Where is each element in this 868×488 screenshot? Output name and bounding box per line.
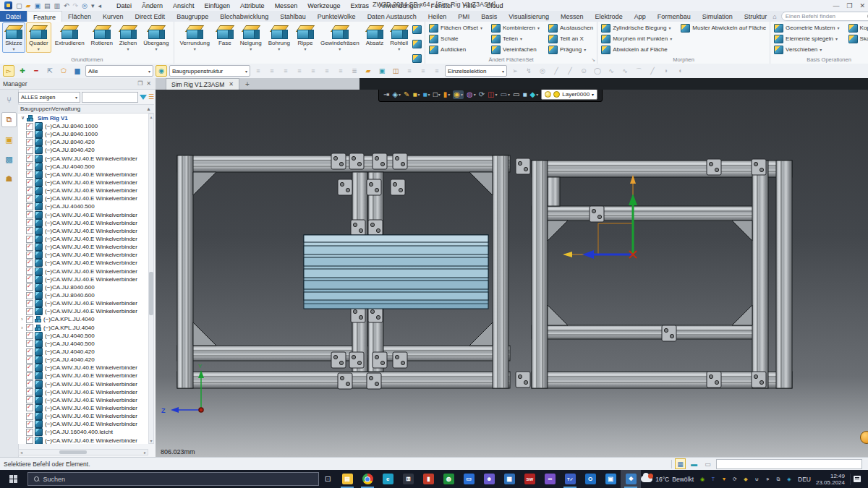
diamond-icon[interactable]: ◈ [786,476,793,483]
tree-row[interactable]: (−)CA.WIV.JU.40.E Winkelverbinder [18,267,148,275]
taskbar-app-calculator-app[interactable]: ▦ [499,470,519,488]
ribbon-button-kopieren[interactable]: Kopieren [847,22,868,33]
visibility-checkbox[interactable] [26,429,33,436]
taskbar-app-teams[interactable]: T✓ [560,470,580,488]
visibility-checkbox[interactable] [26,244,33,251]
panel-close-icon[interactable]: ✕ [146,80,151,87]
ribbon-button-prägung[interactable]: Prägung▾ [547,44,595,55]
visibility-checkbox[interactable] [26,332,33,339]
view-orientation-icon[interactable]: ◈▾ [392,90,401,99]
taskbar-search[interactable]: Suchen [27,472,319,486]
nvidia-icon[interactable]: ◉ [699,476,706,483]
tree-row[interactable]: (−)CA.JU.16040.400.leicht [18,428,148,436]
circle-icon[interactable]: ◯ [592,65,603,77]
flag-icon[interactable]: ≡ [335,65,346,77]
ribbon-button-neigung[interactable]: Neigung▾ [237,22,265,53]
tree-row[interactable]: (−)CA.JU.4040.500 [18,163,148,171]
visibility-checkbox[interactable] [26,227,33,234]
tree-row[interactable]: (−)CA.JU.8040.600 [18,283,148,291]
history-tree-icon[interactable]: ⑂ [2,93,16,106]
filter-dropdown[interactable]: Alle▾ [85,65,153,77]
ribbon-small-icon-button[interactable] [412,24,422,37]
taskbar-app-zw3d[interactable]: ❖ [621,470,641,488]
tree-row[interactable]: (−)CA.WIV.JU.40.E Winkelverbinder [18,364,148,372]
ribbon-button-vereinfachen[interactable]: Vereinfachen [490,44,541,55]
menu-ansicht[interactable]: Ansicht [168,1,200,10]
ribbon-button-verschieben[interactable]: Verschieben▾ [773,44,841,55]
ribbon-button-absatz[interactable]: Absatz [363,22,386,53]
visibility-checkbox[interactable] [26,324,33,331]
visibility-checkbox[interactable] [26,252,33,259]
pick-circle-icon[interactable]: ◎ [537,65,548,77]
tree-row[interactable]: (−)CA.WIV.JU.40.E Winkelverbinder [18,259,148,267]
remove-icon[interactable]: ━ [30,65,42,77]
menu-messen[interactable]: Messen [270,1,303,10]
rotate-view-icon[interactable]: ◍▾ [467,90,476,99]
taskbar-app-chrome[interactable] [357,470,378,488]
line-icon[interactable]: ╱ [550,65,562,77]
notification-center-icon[interactable] [850,474,864,485]
ribbon-tab-struktur[interactable]: Struktur [739,11,773,22]
user-icon[interactable]: ☗ [2,172,16,186]
circle-center-icon[interactable]: ⊙ [578,65,590,77]
stop-icon[interactable]: ≡ [431,65,443,77]
clock-icon[interactable]: ≡ [404,65,415,77]
regen-assembly-icon[interactable]: ◉ [156,65,167,77]
ribbon-button-elemente-spiegeln[interactable]: Elemente spiegeln▾ [773,33,841,44]
new-file-icon[interactable]: ▢ [16,1,22,10]
tree-row[interactable]: (−)CA.WIV.JU.40.E Winkelverbinder [18,275,148,283]
ribbon-button-geometrie-mustern[interactable]: Geometrie Mustern▾ [773,22,841,33]
pick-chain-icon[interactable]: ↯ [523,65,535,77]
ribbon-tab-simulation[interactable]: Simulation [697,11,739,22]
ribbon-button-quader[interactable]: Quader▾ [26,22,51,53]
wireframe-display-icon[interactable]: ■▾ [423,90,430,99]
ribbon-button-übergang[interactable]: Übergang▾ [140,22,171,53]
tree-row[interactable]: ›(−)CA.KPL.JU.4040 [18,315,148,323]
visibility-checkbox[interactable] [26,236,33,243]
ribbon-button-schale[interactable]: Schale [427,33,484,44]
ribbon-button-skizze[interactable]: Skizze▾ [2,22,25,53]
task-view-icon[interactable]: ⊡ [319,474,338,484]
visual-manager-icon[interactable]: ▣ [2,133,16,147]
visibility-checkbox[interactable] [26,131,33,138]
taskbar-app-photos-app[interactable]: ▣ [600,470,621,488]
dialog-launcher-icon[interactable]: ↘ [591,57,595,63]
layer-selector[interactable]: Layer0000▾ [541,90,597,100]
taskbar-app-remote-laptop-app[interactable]: ▭ [459,470,479,488]
menu-ändern[interactable]: Ändern [137,1,168,10]
tree-row[interactable]: (−)CA.WIV.JU.40.E Winkelverbinder [18,251,148,259]
ribbon-tab-messen[interactable]: Messen [555,11,590,22]
clock[interactable]: 12:49 23.05.2024 [816,473,845,486]
plane-display-icon[interactable]: ■ [523,90,527,99]
tree-row[interactable]: (−)CA.WIV.JU.40.E Winkelverbinder [18,243,148,251]
tree-row[interactable]: (−)CA.WIV.JU.40.E Winkelverbinder [18,388,148,396]
tree-row[interactable]: (−)CA.WIV.JU.40.E Winkelverbinder [18,235,148,243]
visibility-checkbox[interactable] [26,163,33,170]
assembly-manager-icon[interactable]: ⧉ [1,112,17,127]
visibility-checkbox[interactable] [26,300,33,307]
tree-row[interactable]: (−)CA.JU.4040.500 [18,340,148,348]
hand1-icon[interactable]: ◗ [660,65,672,77]
filter-list-icon[interactable]: ☰ [148,93,154,100]
print-preview-icon[interactable]: ▥ [54,1,60,10]
viewport-frame-icon[interactable]: ▭ [513,90,519,99]
tree-row[interactable]: (−)CA.WIV.JU.40.E Winkelverbinder [18,194,148,202]
ribbon-tab-datei[interactable]: Datei [0,11,27,22]
print-icon[interactable]: ▤ [44,1,51,10]
users-icon[interactable]: ◫ [390,65,401,77]
ribbon-small-icon-button[interactable] [412,38,422,51]
ribbon-tab-app[interactable]: App [629,11,652,22]
start-button[interactable] [0,470,27,488]
tree-row[interactable]: ›(−)CA.KPL.JU.4040 [18,324,148,332]
defender-icon[interactable]: ◆ [742,476,749,483]
shaded-display-icon[interactable]: ■▾ [413,90,420,99]
ribbon-button-bohrung[interactable]: Bohrung▾ [265,22,293,53]
ribbon-button-aufdicken[interactable]: Aufdicken [427,44,484,55]
visibility-checkbox[interactable] [26,380,33,388]
visibility-checkbox[interactable] [26,388,33,395]
tree-row[interactable]: (−)CA.WIV.JU.40.E Winkelverbinder [18,219,148,227]
arc-icon[interactable]: ⌒ [633,65,644,77]
line2-icon[interactable]: ╱ [564,65,576,77]
monitor-status-icon[interactable]: ▬ [689,458,699,469]
tree-row[interactable]: (−)CA.WIV.JU.40.E Winkelverbinder [18,420,148,428]
